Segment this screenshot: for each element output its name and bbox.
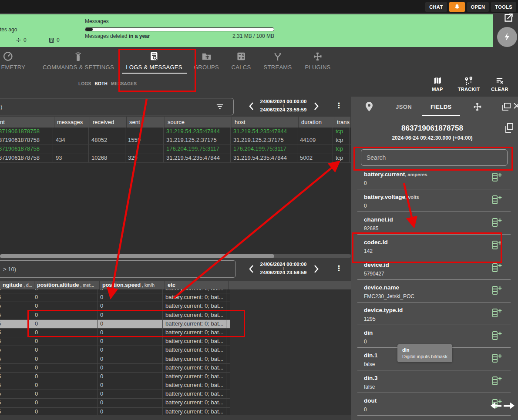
messages-filter-input[interactable]: ) (0, 98, 234, 115)
field-row-din.3[interactable]: din.3false (357, 370, 511, 393)
field-row-dout[interactable]: dout0 (357, 393, 511, 416)
table-cell: 0 (98, 373, 163, 381)
add-column-icon[interactable] (491, 330, 503, 343)
prev-message-button[interactable] (490, 401, 502, 410)
add-column-icon[interactable] (491, 353, 503, 365)
table-cell: 434 (53, 136, 89, 144)
map-button[interactable]: MAP (432, 77, 443, 92)
open-button[interactable]: OPEN (467, 2, 489, 12)
date-range-bottom[interactable]: 24/06/2024 00:00:00 | 24/06/2024 23:59:5… (251, 262, 316, 275)
field-row-device.id[interactable]: device.id5790427 (357, 257, 511, 280)
tab-telemetry[interactable]: TELEMETRY (0, 51, 25, 71)
logs-menu-button[interactable]: ⋮ (335, 102, 343, 110)
field-row-battery.voltage[interactable]: battery.voltage, volts0 (357, 189, 511, 212)
position-row[interactable]: 500battery.current: 0; bat... (0, 364, 230, 373)
add-column-icon[interactable] (491, 195, 503, 207)
copy-icon[interactable] (505, 123, 514, 133)
next-message-button[interactable] (503, 401, 515, 410)
subtab-both[interactable]: BOTH (95, 81, 108, 86)
fields-search-input[interactable] (361, 149, 508, 166)
plugin-icon[interactable] (472, 101, 483, 112)
position-row[interactable]: 500battery.current: 0; bat... (0, 390, 230, 399)
position-row[interactable]: 500battery.current: 0; bat... (0, 329, 230, 337)
popout-icon[interactable] (501, 102, 511, 111)
add-column-icon[interactable] (491, 285, 503, 297)
horizontal-scrollbar[interactable] (0, 254, 351, 258)
table-cell: 176.204.199.75:3117 (164, 145, 231, 153)
next-interval-button[interactable] (313, 102, 320, 111)
tab-logs-messages[interactable]: LOGS & MESSAGES (126, 51, 182, 71)
position-row[interactable]: 500battery.current: 0; bat... (0, 337, 230, 346)
clear-button[interactable]: CLEAR (491, 77, 508, 92)
position-row[interactable]: 500battery.current: 0; bat... (0, 302, 230, 311)
tools-button[interactable]: TOOLS (491, 2, 516, 12)
table-cell: 0 (98, 390, 163, 398)
position-row[interactable]: 500battery.current: 0; bat... (0, 381, 230, 390)
column-header[interactable]: source (165, 117, 232, 128)
panel-tab-json[interactable]: JSON (396, 104, 412, 110)
column-header[interactable]: duration (299, 117, 334, 128)
column-header[interactable]: position.altitude, met... (34, 281, 100, 289)
panel-tab-fields[interactable]: FIELDS (431, 104, 452, 110)
column-header[interactable]: trans (334, 117, 351, 128)
date-range-top[interactable]: 24/06/2024 00:00:00 | 24/06/2024 23:59:5… (251, 99, 316, 112)
positions-table-header: ngitude, d... position.altitude, met... … (0, 281, 351, 289)
field-row-codec.id[interactable]: codec.id142 (357, 235, 511, 257)
positions-menu-button[interactable]: ⋮ (335, 265, 343, 272)
subtab-logs[interactable]: LOGS (78, 81, 91, 86)
add-column-icon[interactable] (491, 262, 503, 275)
column-header[interactable]: nt (0, 117, 54, 128)
message-row[interactable]: 371906187875831.219.54.235:4784431.219.5… (0, 128, 351, 136)
column-header[interactable]: ngitude, d... (0, 281, 34, 289)
column-header[interactable]: host (232, 117, 299, 128)
message-row[interactable]: 3719061878758931026832931.219.54.235:478… (0, 154, 351, 163)
tab-plugins[interactable]: PLUGINS (305, 51, 330, 71)
field-row-channel.id[interactable]: channel.id92685 (357, 212, 511, 235)
tab-commands-settings[interactable]: COMMANDS & SETTINGS (43, 51, 114, 71)
column-header[interactable]: sent (127, 117, 165, 128)
column-header[interactable]: received (90, 117, 127, 128)
field-value: 1295 (364, 316, 511, 322)
field-row-battery.current[interactable]: battery.current, amperes0 (357, 167, 511, 189)
positions-filter-input[interactable]: > 10) (0, 260, 236, 278)
close-icon[interactable] (513, 102, 518, 109)
position-row[interactable]: 500battery.current: 0; bat... (0, 320, 230, 329)
position-row[interactable]: 500battery.current: 0; bat... (0, 289, 230, 293)
trackit-button[interactable]: TRACKIT (458, 77, 480, 92)
position-row[interactable]: 500battery.current: 0; bat... (0, 408, 230, 415)
add-column-icon[interactable] (491, 308, 503, 320)
chat-button[interactable]: CHAT (425, 2, 447, 12)
open-in-new-icon[interactable] (503, 12, 514, 24)
add-column-icon[interactable] (491, 240, 503, 252)
table-cell: battery.current: 0; bat... (163, 373, 226, 381)
position-row[interactable]: 500battery.current: 0; bat... (0, 293, 230, 302)
position-row[interactable]: 500battery.current: 0; bat... (0, 373, 230, 381)
field-row-device.name[interactable]: device.nameFMC230_Jetski_POC (357, 280, 511, 302)
position-row[interactable]: 600battery.current: 0; bat... (0, 399, 230, 407)
table-cell: 176.204.199.75:3117 (231, 145, 297, 153)
position-row[interactable]: 500battery.current: 0; bat... (0, 355, 230, 364)
message-row[interactable]: 371906187875843448052155931.219.125.2:37… (0, 136, 351, 145)
position-row[interactable]: 500battery.current: 0; bat... (0, 346, 230, 355)
quick-actions-fab[interactable] (497, 27, 517, 47)
next-interval-button-2[interactable] (313, 265, 320, 273)
table-cell (125, 128, 164, 136)
field-name: device.type.id (364, 307, 403, 313)
location-pin-icon[interactable] (364, 101, 374, 113)
notifications-button[interactable] (449, 2, 465, 12)
filter-icon[interactable] (216, 103, 224, 110)
subtab-messages[interactable]: MESSAGES (111, 81, 137, 86)
tab-calcs[interactable]: CALCS (232, 51, 251, 71)
message-row[interactable]: 3719061878758176.204.199.75:3117176.204.… (0, 145, 351, 154)
scrollbar-thumb[interactable] (0, 254, 274, 258)
add-column-icon[interactable] (491, 217, 503, 229)
column-header[interactable]: etc (165, 281, 229, 289)
tab-streams[interactable]: STREAMS (264, 51, 292, 71)
column-header[interactable]: position.speed, km/h (100, 281, 165, 289)
add-column-icon[interactable] (491, 376, 503, 388)
field-row-device.type.id[interactable]: device.type.id1295 (357, 302, 511, 325)
column-header[interactable]: messages (54, 117, 90, 128)
position-row[interactable]: 500battery.current: 0; bat... (0, 311, 230, 320)
tab-groups[interactable]: GROUPS (194, 51, 219, 71)
add-column-icon[interactable] (491, 172, 503, 184)
